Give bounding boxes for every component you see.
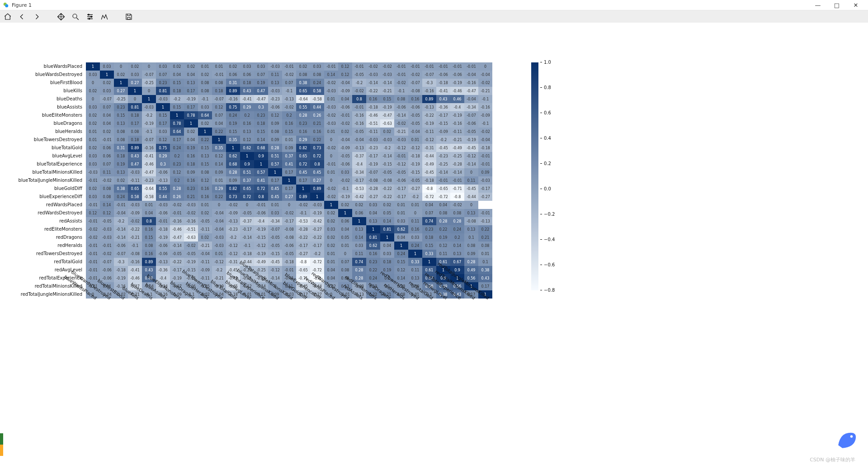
heatmap-cell: 0.02	[380, 201, 394, 209]
heatmap-cell: -0.2	[352, 79, 366, 87]
heatmap-cell: 0.41	[254, 176, 268, 185]
heatmap-cell: 1	[100, 71, 114, 79]
heatmap-cell: -0.02	[86, 225, 100, 233]
heatmap-cell: 0.16	[366, 250, 380, 258]
heatmap-cell: 0.17	[156, 119, 170, 128]
heatmap-cell: -0.08	[380, 176, 394, 185]
heatmap-cell: 0.07	[254, 71, 268, 79]
heatmap-cell: -0.16	[352, 119, 366, 128]
heatmap-cell: -0.22	[170, 258, 184, 266]
pan-icon[interactable]	[57, 13, 65, 21]
heatmap-cell: 0.02	[86, 87, 100, 95]
minimize-button[interactable]: —	[808, 2, 827, 9]
heatmap-cell: -0.1	[240, 242, 254, 250]
heatmap-cell: -0.01	[450, 62, 464, 71]
heatmap-cell: -0.16	[226, 95, 240, 103]
heatmap-cell: -0.05	[282, 250, 296, 258]
forward-icon[interactable]	[33, 13, 41, 21]
heatmap-cell: 0.02	[86, 111, 100, 119]
heatmap-cell: 0.9	[254, 152, 268, 160]
heatmap-cell: -0.05	[268, 233, 282, 242]
configure-icon[interactable]	[86, 13, 94, 21]
heatmap-cell: -0.01	[86, 250, 100, 258]
heatmap-cell: 0.21	[184, 193, 198, 201]
heatmap-cell: 0.02	[184, 62, 198, 71]
heatmap-cell: -0.1	[478, 95, 492, 103]
heatmap-cell: -0.07	[100, 95, 114, 103]
heatmap-cell: 0.16	[198, 193, 212, 201]
heatmap-cell: 0.73	[226, 193, 240, 201]
heatmap-cell: 0.65	[296, 87, 310, 95]
heatmap-cell: -0.09	[198, 266, 212, 274]
heatmap-cell: 0.15	[156, 111, 170, 119]
heatmap-cell: 0.02	[352, 201, 366, 209]
save-icon[interactable]	[125, 13, 133, 21]
heatmap-cell: 0.01	[198, 62, 212, 71]
heatmap-cell: -0.22	[422, 111, 436, 119]
heatmap-cell: -0.16	[142, 144, 156, 152]
assistant-bird-icon[interactable]	[834, 427, 859, 451]
heatmap-cell: -0.11	[450, 128, 464, 136]
colorbar-tick: −0.2	[540, 212, 555, 217]
heatmap-cell: -0.13	[478, 217, 492, 225]
heatmap-cell: -0.09	[226, 209, 240, 217]
heatmap-cell: 0.09	[212, 168, 226, 176]
heatmap-cell: 0.02	[184, 128, 198, 136]
app-icon	[3, 2, 9, 8]
zoom-icon[interactable]	[71, 13, 80, 21]
heatmap-cell: 0.14	[100, 201, 114, 209]
heatmap-cell: 0.04	[338, 225, 352, 233]
maximize-button[interactable]: □	[827, 2, 846, 9]
home-icon[interactable]	[4, 13, 12, 21]
heatmap-cell: 1	[142, 95, 156, 103]
heatmap-cell: -0.06	[464, 119, 478, 128]
heatmap-cell: -0.8	[422, 185, 436, 193]
heatmap-cell: -0.63	[380, 119, 394, 128]
heatmap-cell: -0.09	[128, 209, 142, 217]
heatmap-cell: -0.06	[408, 103, 422, 111]
heatmap-cell: 0.16	[198, 185, 212, 193]
heatmap-cell: -0.53	[352, 185, 366, 193]
heatmap-cell: -0.01	[114, 201, 128, 209]
heatmap-cell: 0.01	[408, 136, 422, 144]
colorbar-tick: 0.8	[540, 85, 551, 90]
heatmap-cell: 0.2	[170, 152, 184, 160]
heatmap-cell: -0.04	[198, 250, 212, 258]
heatmap-cell: 0.18	[184, 160, 198, 168]
heatmap-cell: -0.03	[156, 95, 170, 103]
heatmap-cell: 0.08	[296, 71, 310, 79]
back-icon[interactable]	[18, 13, 26, 21]
heatmap-cell: -0.01	[282, 266, 296, 274]
heatmap-cell: 0.55	[156, 185, 170, 193]
edit-icon[interactable]	[100, 13, 108, 21]
heatmap-cell: -0.22	[366, 87, 380, 95]
y-tick-label: blueWardsPlaced	[0, 62, 84, 71]
heatmap-cell: -0.09	[478, 111, 492, 119]
heatmap-cell: 0.26	[310, 111, 324, 119]
heatmap-cell: -0.13	[156, 258, 170, 266]
heatmap-cell: -0.72	[310, 258, 324, 266]
heatmap-cell: -0.03	[212, 233, 226, 242]
heatmap-cell: -0.21	[394, 128, 408, 136]
heatmap-cell: -0.04	[338, 136, 352, 144]
heatmap-cell: 0.24	[226, 111, 240, 119]
heatmap-cell: 0.15	[198, 160, 212, 168]
heatmap-cell: 0.17	[170, 136, 184, 144]
heatmap-cell: 0.2	[240, 111, 254, 119]
heatmap-cell: -0.07	[408, 79, 422, 87]
heatmap-cell: 0.08	[464, 242, 478, 250]
colorbar	[531, 62, 538, 290]
heatmap-cell: 0.12	[86, 209, 100, 217]
heatmap-cell: 0.75	[226, 103, 240, 111]
heatmap-cell: 0.28	[436, 217, 450, 225]
heatmap-cell: 0.16	[296, 128, 310, 136]
heatmap-cell: 0.26	[170, 193, 184, 201]
y-tick-label: blueKills	[0, 87, 84, 95]
heatmap-cell: 0.2	[170, 176, 184, 185]
close-button[interactable]: ✕	[846, 2, 865, 9]
y-tick-label: blueDeaths	[0, 95, 84, 103]
heatmap-cell: 0.01	[338, 242, 352, 250]
heatmap-cell: -0.02	[450, 201, 464, 209]
heatmap-cell: 0.02	[226, 62, 240, 71]
heatmap-cell: -0.45	[268, 258, 282, 266]
